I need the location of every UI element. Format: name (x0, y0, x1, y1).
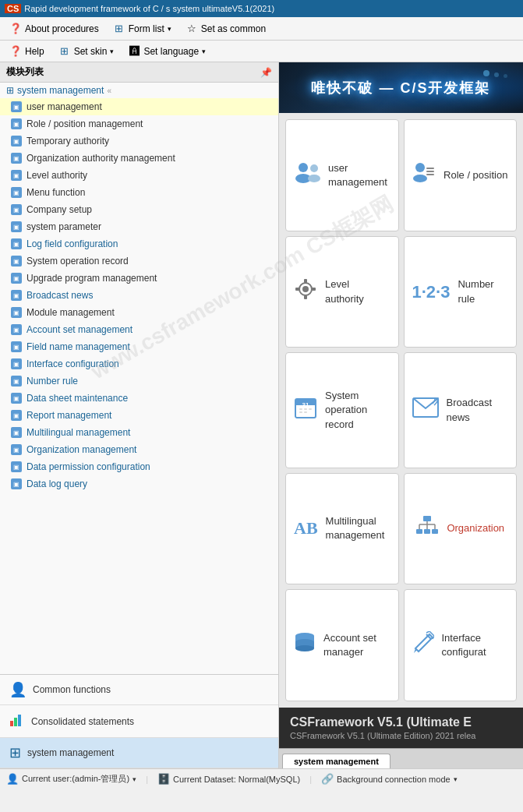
svg-rect-9 (426, 171, 434, 172)
svg-point-6 (308, 175, 320, 182)
tile-sysop-label: System operation record (325, 389, 390, 432)
consolidated-statements-item[interactable]: Consolidated statements (0, 705, 278, 738)
sidebar-parent-system[interactable]: ⊞ system management « (0, 83, 278, 98)
svg-point-7 (415, 163, 425, 172)
set-common-icon: ☆ (186, 23, 198, 35)
svg-rect-29 (424, 529, 430, 534)
item-icon-org-auth: ▣ (11, 153, 22, 164)
sidebar-item-multilingual[interactable]: ▣Multilingual management (0, 424, 278, 441)
sidebar-item-org-auth[interactable]: ▣Organization authority management (0, 150, 278, 167)
sidebar-item-level-auth[interactable]: ▣Level authority (0, 167, 278, 184)
sidebar-item-label-iface-cfg: Interface configuration (27, 358, 119, 369)
users-icon (294, 161, 320, 189)
sys-mgmt-bottom-icon: ⊞ (9, 744, 21, 761)
tile-account-set[interactable]: Account set manager (285, 589, 399, 701)
sidebar-item-label-level-auth: Level authority (27, 170, 87, 181)
bgmode-dropdown-icon: ▾ (454, 775, 458, 783)
parent-label: system management (17, 85, 104, 96)
tile-numrule-label: Number rule (458, 277, 508, 305)
item-icon-upgrade: ▣ (11, 273, 22, 284)
tile-org-label: Organization (447, 521, 504, 535)
sidebar-item-sys-op[interactable]: ▣System operation record (0, 252, 278, 270)
tile-broadcast-news[interactable]: Broadcast news (404, 352, 518, 468)
sidebar-item-field-name[interactable]: ▣Field name management (0, 338, 278, 355)
status-bgmode[interactable]: 🔗 Background connection mode ▾ (321, 773, 458, 785)
tile-broadcast-label: Broadcast news (447, 396, 509, 424)
pin-icon[interactable]: 📌 (260, 67, 272, 78)
sidebar-item-company[interactable]: ▣Company setup (0, 201, 278, 218)
tile-user-label: user management (328, 161, 390, 189)
content-header: 唯快不破 — C/S开发框架 (279, 62, 523, 113)
sidebar-item-label-company: Company setup (27, 204, 92, 215)
sidebar-item-org-mgmt[interactable]: ▣Organization management (0, 441, 278, 458)
set-skin-menu[interactable]: ⊞ Set skin ▾ (52, 43, 121, 60)
item-icon-role-pos: ▣ (11, 118, 22, 129)
tiles-grid: user management Role / position (279, 113, 523, 708)
sidebar-item-report-mgmt[interactable]: ▣Report management (0, 407, 278, 424)
system-management-bottom-item[interactable]: ⊞ system management (0, 738, 278, 768)
sidebar-item-data-log[interactable]: ▣Data log query (0, 475, 278, 492)
tile-number-rule[interactable]: 1·2·3 Number rule (404, 236, 518, 348)
sidebar-item-label-multilingual: Multilingual management (27, 427, 130, 438)
sidebar-item-num-rule[interactable]: ▣Number rule (0, 372, 278, 390)
item-icon-org-mgmt: ▣ (11, 444, 22, 455)
app-logo: CS (5, 4, 21, 13)
tile-organization[interactable]: Organization (404, 473, 518, 585)
sidebar-item-log-field[interactable]: ▣Log field configuration (0, 235, 278, 252)
svg-rect-1 (14, 718, 17, 726)
sidebar-tree: ⊞ system management « ▣user management▣R… (0, 83, 278, 674)
tab-system-management[interactable]: system management (282, 754, 390, 768)
sidebar-item-data-sheet[interactable]: ▣Data sheet maintenance (0, 390, 278, 407)
svg-rect-28 (416, 529, 422, 534)
sidebar-item-label-upgrade: Upgrade program management (27, 273, 157, 284)
svg-point-5 (310, 164, 318, 172)
sidebar-item-upgrade[interactable]: ▣Upgrade program management (0, 270, 278, 287)
status-user[interactable]: 👤 Current user:(admin-管理员) ▾ (6, 773, 136, 785)
about-procedures-menu[interactable]: ❓ About procedures (3, 20, 105, 37)
sidebar-item-role-pos[interactable]: ▣Role / position management (0, 115, 278, 132)
consolidated-icon (9, 711, 25, 731)
tile-system-operation[interactable]: 31 System operation record (285, 352, 399, 468)
form-list-menu[interactable]: ⊞ Form list ▾ (107, 20, 178, 37)
status-sep2: | (309, 775, 312, 784)
tile-level-authority[interactable]: Level authority (285, 236, 399, 348)
sidebar-item-temp-auth[interactable]: ▣Temporary authority (0, 132, 278, 150)
content-banner-title: 唯快不破 — C/S开发框架 (311, 79, 490, 97)
numrule-icon: 1·2·3 (412, 282, 451, 302)
tile-multilingual[interactable]: AB Multilingual management (285, 473, 399, 585)
form-list-dropdown-icon: ▾ (168, 25, 171, 33)
svg-point-40 (295, 645, 314, 651)
common-functions-label: Common functions (33, 684, 111, 695)
set-common-menu[interactable]: ☆ Set as common (179, 20, 272, 37)
help-icon: ❓ (9, 45, 22, 58)
tile-user-management[interactable]: user management (285, 119, 399, 231)
sidebar-item-module-mgmt[interactable]: ▣Module management (0, 304, 278, 321)
svg-rect-21 (299, 408, 302, 410)
sidebar-item-label-log-field: Log field configuration (27, 238, 118, 249)
sidebar-item-data-perm[interactable]: ▣Data permission configuration (0, 458, 278, 475)
sidebar-header-label: 模块列表 (6, 65, 44, 79)
set-language-menu[interactable]: 🅰 Set language ▾ (122, 43, 212, 60)
common-functions-item[interactable]: 👤 Common functions (0, 675, 278, 705)
status-bar: 👤 Current user:(admin-管理员) ▾ | 🗄️ Curren… (0, 768, 523, 789)
sidebar-item-account-set[interactable]: ▣Account set management (0, 321, 278, 338)
tile-role-position[interactable]: Role / position (404, 119, 518, 231)
sidebar-item-menu-func[interactable]: ▣Menu function (0, 184, 278, 201)
expand-icon: « (107, 86, 111, 95)
item-icon-iface-cfg: ▣ (11, 358, 22, 369)
sidebar-item-sys-param[interactable]: ▣system parameter (0, 218, 278, 235)
cs-subtitle: CSFramework V5.1 (Ultimate Edition) 2021… (290, 731, 512, 740)
help-menu[interactable]: ❓ Help (3, 43, 51, 60)
tile-level-label: Level authority (325, 277, 390, 305)
set-skin-label: Set skin (74, 46, 108, 57)
status-dataset[interactable]: 🗄️ Current Dataset: Normal(MySQL) (157, 773, 300, 785)
sidebar-item-broadcast[interactable]: ▣Broadcast news (0, 287, 278, 304)
help-label: Help (25, 46, 44, 57)
sidebar-item-iface-cfg[interactable]: ▣Interface configuration (0, 355, 278, 372)
sidebar-item-user-mgmt[interactable]: ▣user management (0, 98, 278, 115)
svg-rect-24 (299, 411, 302, 413)
tile-interface-config[interactable]: Interface configurat (404, 589, 518, 701)
sidebar-item-label-org-auth: Organization authority management (27, 153, 175, 164)
item-icon-level-auth: ▣ (11, 170, 22, 181)
content-area: 唯快不破 — C/S开发框架 user m (279, 62, 523, 768)
